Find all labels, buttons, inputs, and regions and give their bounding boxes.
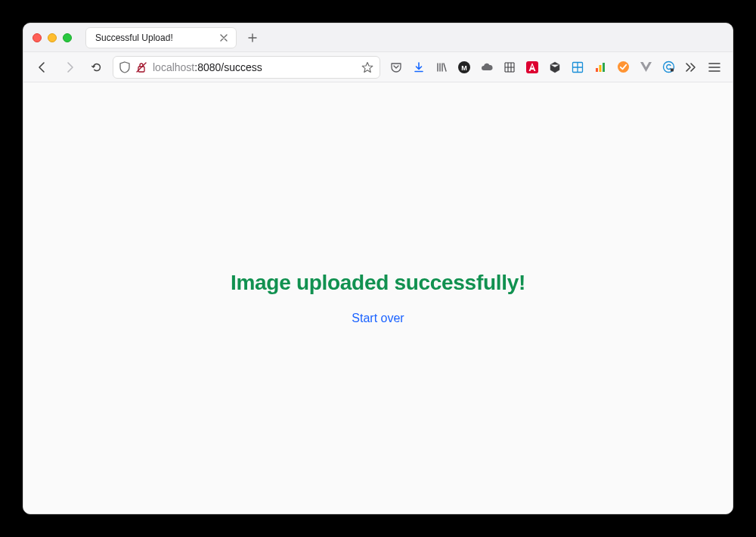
svg-rect-5 [596,68,598,72]
extension-panels-icon[interactable] [569,59,586,76]
app-menu-button[interactable] [704,57,725,78]
download-icon[interactable] [411,59,427,76]
overflow-chevrons-icon[interactable] [683,59,699,76]
extension-check-shield-icon[interactable] [615,59,631,76]
extension-cube-icon[interactable] [547,59,563,76]
url-text: localhost:8080/success [153,61,352,73]
new-tab-button[interactable] [243,28,262,48]
svg-rect-7 [603,63,605,72]
extension-m-icon[interactable]: M [456,59,472,76]
extension-grid-icon[interactable] [501,59,518,76]
extension-vue-icon[interactable] [637,59,654,76]
browser-tab[interactable]: Successful Upload! [85,27,237,48]
svg-text:M: M [461,64,467,71]
forward-button[interactable] [58,56,81,79]
extension-cloud-icon[interactable] [479,59,495,76]
url-bar[interactable]: localhost:8080/success [113,56,380,79]
toolbar-extensions: M [385,59,699,76]
browser-toolbar: localhost:8080/success M [23,52,733,82]
minimize-window-button[interactable] [48,33,57,42]
shield-icon [119,61,130,73]
extension-copyright-icon[interactable] [660,59,677,76]
lock-slash-icon [136,61,147,73]
success-heading: Image uploaded successfully! [231,271,525,295]
back-button[interactable] [31,56,54,79]
browser-window: Successful Upload! [23,23,733,514]
svg-rect-10 [671,69,674,72]
page-content: Image uploaded successfully! Start over [23,82,733,514]
pocket-icon[interactable] [388,59,404,76]
extension-bars-icon[interactable] [592,59,609,76]
window-controls [33,33,72,42]
maximize-window-button[interactable] [63,33,72,42]
extension-angular-icon[interactable] [524,59,541,76]
titlebar: Successful Upload! [23,23,733,52]
start-over-link[interactable]: Start over [352,312,404,325]
reload-button[interactable] [85,56,108,79]
tab-title: Successful Upload! [95,33,212,43]
close-tab-button[interactable] [218,32,230,44]
svg-point-8 [618,61,629,73]
close-window-button[interactable] [33,33,42,42]
bookmark-star-icon[interactable] [361,61,373,73]
url-path: :8080/success [194,61,262,73]
library-icon[interactable] [433,59,450,76]
svg-rect-6 [600,65,602,72]
url-host: localhost [153,61,194,73]
